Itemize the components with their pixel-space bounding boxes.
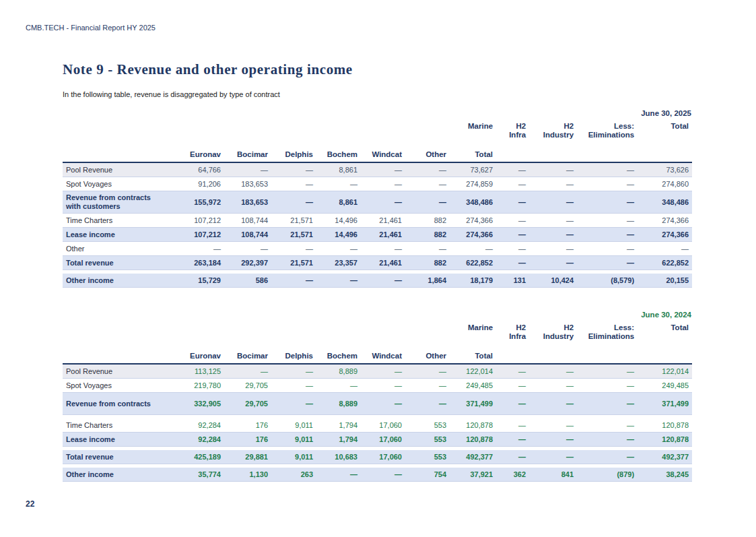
row-label: Total revenue	[63, 450, 177, 464]
row-label: Other income	[63, 468, 177, 482]
row-label: Revenue from contracts	[63, 393, 177, 415]
column-header: Bochem	[316, 350, 361, 364]
row-label: Other income	[63, 274, 177, 288]
value-cell: 176	[224, 418, 271, 433]
table-row: Lease income92,2841769,0111,79417,060553…	[63, 433, 692, 447]
column-header-row: EuronavBocimarDelphisBochemWindcatOtherT…	[63, 350, 692, 364]
column-header-marine-total: Total	[450, 149, 496, 162]
value-cell: 754	[405, 468, 450, 482]
header-spacer	[529, 149, 577, 162]
value-cell: —	[271, 364, 316, 379]
value-cell: —	[405, 393, 450, 415]
value-cell: 553	[405, 418, 450, 433]
value-cell: —	[271, 162, 316, 177]
group-header: Total	[638, 322, 692, 350]
value-cell: —	[361, 274, 405, 288]
value-cell: —	[496, 379, 529, 393]
value-cell: —	[496, 256, 529, 270]
table-row: Lease income107,212108,74421,57114,49621…	[63, 228, 692, 242]
value-cell: 1,794	[316, 418, 361, 433]
value-cell: 15,729	[177, 274, 224, 288]
value-cell: —	[316, 177, 361, 191]
table-description: In the following table, revenue is disag…	[63, 90, 280, 98]
row-label: Revenue from contracts with customers	[63, 191, 177, 214]
table-row: Spot Voyages91,206183,653————274,859———2…	[63, 177, 692, 191]
value-cell: —	[577, 450, 638, 464]
value-cell: (8,579)	[577, 274, 638, 288]
value-cell: 263,184	[177, 256, 224, 270]
value-cell: 120,878	[450, 418, 496, 433]
value-cell: —	[577, 433, 638, 447]
value-cell: 553	[405, 433, 450, 447]
value-cell: 8,861	[316, 191, 361, 214]
value-cell: —	[577, 242, 638, 256]
value-cell: 21,461	[361, 256, 405, 270]
value-cell: 9,011	[271, 418, 316, 433]
table-row: Other income35,7741,130263——75437,921362…	[63, 468, 692, 482]
value-cell: —	[405, 379, 450, 393]
column-header: Bochem	[316, 149, 361, 162]
group-header-row: MarineH2 InfraH2 IndustryLess: Eliminati…	[63, 121, 692, 149]
value-cell: —	[271, 177, 316, 191]
header-spacer	[63, 121, 450, 149]
value-cell: 21,461	[361, 214, 405, 228]
value-cell: 107,212	[177, 214, 224, 228]
value-cell: —	[577, 256, 638, 270]
value-cell: 176	[224, 433, 271, 447]
report-page: CMB.TECH - Financial Report HY 2025 Note…	[0, 0, 756, 537]
value-cell: —	[496, 242, 529, 256]
value-cell: 586	[224, 274, 271, 288]
value-cell: —	[496, 433, 529, 447]
value-cell: 371,499	[450, 393, 496, 415]
value-cell: —	[496, 191, 529, 214]
value-cell: 183,653	[224, 177, 271, 191]
value-cell: 120,878	[638, 433, 692, 447]
value-cell: 8,889	[316, 393, 361, 415]
group-header: Total	[638, 121, 692, 149]
row-label: Pool Revenue	[63, 364, 177, 379]
value-cell: —	[529, 364, 577, 379]
value-cell: —	[638, 242, 692, 256]
value-cell: —	[577, 177, 638, 191]
revenue-table-2024: June 30, 2024 MarineH2 InfraH2 IndustryL…	[63, 311, 692, 482]
value-cell: 1,130	[224, 468, 271, 482]
value-cell: —	[361, 364, 405, 379]
row-label: Lease income	[63, 228, 177, 242]
report-header: CMB.TECH - Financial Report HY 2025	[26, 24, 156, 32]
value-cell: —	[577, 162, 638, 177]
value-cell: 332,905	[177, 393, 224, 415]
value-cell: 92,284	[177, 418, 224, 433]
value-cell: 35,774	[177, 468, 224, 482]
table-row: Total revenue425,18929,8819,01110,68317,…	[63, 450, 692, 464]
value-cell: 274,860	[638, 177, 692, 191]
value-cell: —	[529, 242, 577, 256]
table-row: Time Charters92,2841769,0111,79417,06055…	[63, 418, 692, 433]
value-cell: 113,125	[177, 364, 224, 379]
table-row: Time Charters107,212108,74421,57114,4962…	[63, 214, 692, 228]
header-spacer	[529, 350, 577, 364]
value-cell: 8,861	[316, 162, 361, 177]
value-cell: —	[361, 468, 405, 482]
value-cell: 37,921	[450, 468, 496, 482]
value-cell: —	[529, 393, 577, 415]
group-header: H2 Infra	[496, 322, 529, 350]
value-cell: —	[316, 379, 361, 393]
value-cell: 10,424	[529, 274, 577, 288]
value-cell: —	[224, 364, 271, 379]
value-cell: 21,461	[361, 228, 405, 242]
value-cell: 274,366	[638, 228, 692, 242]
value-cell: —	[361, 162, 405, 177]
column-header: Delphis	[271, 350, 316, 364]
value-cell: 183,653	[224, 191, 271, 214]
date-label-2024: June 30, 2024	[63, 311, 692, 319]
value-cell: 14,496	[316, 228, 361, 242]
value-cell: —	[577, 364, 638, 379]
value-cell: 249,485	[450, 379, 496, 393]
table-row: Pool Revenue64,766——8,861——73,627———73,6…	[63, 162, 692, 177]
row-label: Spot Voyages	[63, 177, 177, 191]
value-cell: —	[496, 450, 529, 464]
table-row: Other income15,729586———1,86418,17913110…	[63, 274, 692, 288]
table-row: Other———————————	[63, 242, 692, 256]
value-cell: —	[224, 162, 271, 177]
column-header: Other	[405, 149, 450, 162]
